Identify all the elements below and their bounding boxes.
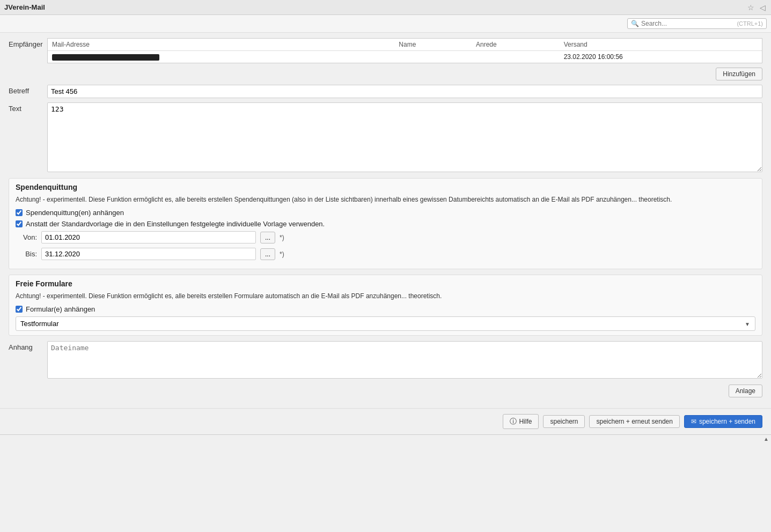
title-bar: JVerein-Mail ☆ ◁ (0, 0, 771, 15)
anhang-input[interactable] (47, 341, 762, 379)
bis-label: Bis: (16, 250, 37, 258)
checkbox1-row: Spendenquittung(en) anhängen (16, 209, 755, 217)
freie-formulare-section: Freie Formulare Achtung! - experimentell… (9, 275, 762, 336)
betreff-label: Betreff (9, 85, 47, 95)
spendenquittung-title: Spendenquittung (16, 183, 755, 191)
recipient-versand: 23.02.2020 16:00:56 (560, 51, 762, 63)
search-wrap: 🔍 (CTRL+1) (627, 18, 767, 29)
hilfe-label: Hilfe (519, 418, 532, 425)
von-input[interactable] (41, 231, 256, 243)
recipients-table: Mail-Adresse Name Anrede Versand 23.02.2… (48, 39, 762, 63)
empfaenger-row: Empfänger Mail-Adresse Name Anrede Versa… (9, 38, 762, 63)
betreff-row: Betreff (9, 85, 762, 98)
app-title: JVerein-Mail (4, 3, 45, 11)
back-icon[interactable]: ◁ (758, 3, 767, 12)
search-input[interactable] (641, 20, 737, 27)
empfaenger-field: Mail-Adresse Name Anrede Versand 23.02.2… (47, 38, 762, 63)
anlage-row: Anlage (9, 385, 762, 397)
speichern-senden-button[interactable]: ✉ speichern + senden (684, 415, 762, 428)
anhang-row: Anhang (9, 341, 762, 380)
col-email: Mail-Adresse (48, 39, 394, 51)
betreff-field (47, 85, 762, 98)
main-content: Empfänger Mail-Adresse Name Anrede Versa… (0, 33, 771, 408)
search-shortcut: (CTRL+1) (737, 20, 763, 27)
betreff-input[interactable] (47, 85, 762, 98)
formulare-select-wrap: Testformular (16, 316, 755, 331)
footer-buttons: ⓘ Hilfe speichern speichern + erneut sen… (0, 408, 771, 434)
hilfe-button[interactable]: ⓘ Hilfe (503, 414, 539, 429)
formulare-checkbox-row: Formular(e) anhängen (16, 305, 755, 313)
spendenquittung-checkbox1[interactable] (16, 209, 23, 216)
anhang-field (47, 341, 762, 380)
spendenquittung-desc: Achtung! - experimentell. Diese Funktion… (16, 195, 755, 204)
von-label: Von: (16, 233, 37, 241)
text-label: Text (9, 102, 47, 113)
hilfe-icon: ⓘ (510, 417, 517, 426)
checkbox2-row: Anstatt der Standardvorlage die in den E… (16, 220, 755, 228)
hinzufuegen-row: Hinzufügen (9, 68, 762, 80)
bis-row: Bis: ... *) (16, 248, 755, 260)
star-icon[interactable]: ☆ (746, 3, 755, 12)
col-name: Name (394, 39, 472, 51)
recipients-table-wrap: Mail-Adresse Name Anrede Versand 23.02.2… (47, 38, 762, 63)
recipient-email (48, 51, 394, 63)
text-row: Text 123 (9, 102, 762, 174)
search-icon: 🔍 (631, 20, 639, 27)
bis-btn[interactable]: ... (260, 248, 275, 260)
spendenquittung-checkbox2[interactable] (16, 220, 23, 227)
empfaenger-label: Empfänger (9, 38, 47, 48)
freie-formulare-title: Freie Formulare (16, 279, 755, 288)
hinzufuegen-button[interactable]: Hinzufügen (716, 68, 762, 80)
von-extra: *) (280, 234, 284, 241)
recipient-anrede (472, 51, 560, 63)
recipient-name (394, 51, 472, 63)
table-row: 23.02.2020 16:00:56 (48, 51, 762, 63)
bis-extra: *) (280, 250, 284, 258)
formulare-checkbox-label: Formular(e) anhängen (26, 305, 95, 313)
title-bar-controls: ☆ ◁ (746, 3, 767, 12)
von-btn[interactable]: ... (260, 232, 275, 243)
checkbox1-label: Spendenquittung(en) anhängen (26, 209, 124, 217)
bottom-scroll: ▲ (0, 434, 771, 443)
col-anrede: Anrede (472, 39, 560, 51)
anlage-button[interactable]: Anlage (729, 385, 762, 397)
anhang-label: Anhang (9, 341, 47, 351)
col-versand: Versand (560, 39, 762, 51)
speichern-senden-label: speichern + senden (699, 418, 755, 425)
bis-input[interactable] (41, 248, 256, 260)
email-icon: ✉ (691, 418, 696, 425)
formulare-select[interactable]: Testformular (16, 316, 755, 331)
search-bar: 🔍 (CTRL+1) (0, 15, 771, 33)
scroll-arrow: ▲ (763, 436, 769, 442)
von-row: Von: ... *) (16, 231, 755, 243)
speichern-button[interactable]: speichern (543, 415, 585, 428)
spendenquittung-section: Spendenquittung Achtung! - experimentell… (9, 178, 762, 269)
speichern-erneut-button[interactable]: speichern + erneut senden (589, 415, 679, 428)
text-input[interactable]: 123 (47, 102, 762, 172)
formulare-checkbox[interactable] (16, 306, 23, 313)
text-field: 123 (47, 102, 762, 174)
freie-formulare-desc: Achtung! - experimentell. Diese Funktion… (16, 291, 755, 301)
checkbox2-label: Anstatt der Standardvorlage die in den E… (26, 220, 325, 228)
email-redacted (52, 54, 159, 61)
